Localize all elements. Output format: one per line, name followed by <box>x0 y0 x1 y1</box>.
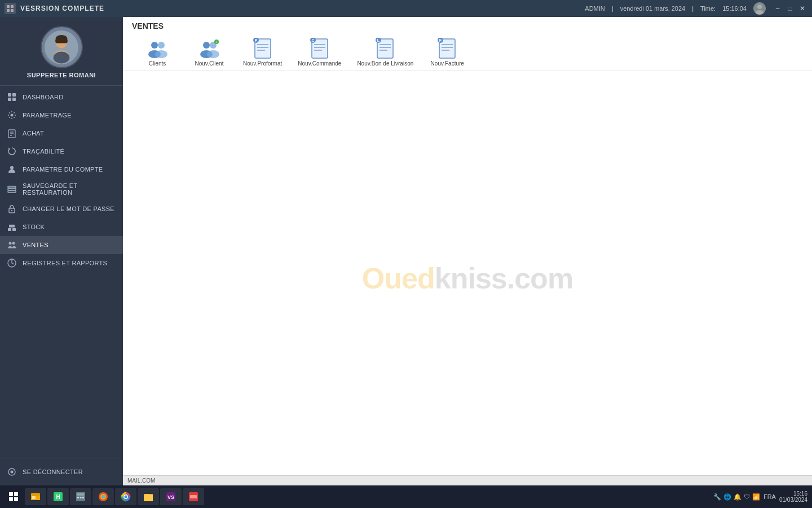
svg-rect-79 <box>77 493 84 496</box>
svg-rect-15 <box>12 98 16 101</box>
sidebar-item-changer-mdp[interactable]: CHANGER LE MOT DE PASSE <box>0 200 123 218</box>
svg-rect-81 <box>80 497 82 498</box>
logout-icon <box>7 467 17 477</box>
svg-rect-2 <box>7 9 10 12</box>
sidebar-label-dashboard: DASHBOARD <box>23 94 63 100</box>
toolbar-clients[interactable]: Clients <box>132 34 183 71</box>
taskbar-app-vs[interactable]: VS <box>160 488 182 505</box>
sidebar-item-registres[interactable]: REGISTRES ET RAPPORTS <box>0 254 123 272</box>
sidebar-item-stock[interactable]: STOCK <box>0 218 123 236</box>
sidebar-item-sauvegarde[interactable]: SAUVEGARDE ET RESTAURATION <box>0 178 123 200</box>
svg-rect-75 <box>32 496 36 499</box>
titlebar-right: ADMIN | vendredi 01 mars, 2024 | Time: 1… <box>585 2 807 15</box>
svg-rect-11 <box>55 38 68 43</box>
nouv-bon-label: Nouv.Bon de Livraison <box>357 60 413 67</box>
status-text: MAIL.COM <box>127 478 155 484</box>
svg-text:F: F <box>439 38 442 42</box>
taskbar-app-firefox[interactable] <box>92 488 114 505</box>
sidebar-item-logout[interactable]: SE DÉCONNECTER <box>0 463 123 481</box>
taskbar-app-red[interactable] <box>183 488 204 505</box>
svg-rect-27 <box>8 228 11 231</box>
taskbar-app-2[interactable]: H <box>47 488 69 505</box>
nouv-bon-icon-wrap: L <box>373 38 398 59</box>
minimize-button[interactable]: – <box>773 3 783 14</box>
sidebar-bottom: SE DÉCONNECTER <box>0 458 123 485</box>
toolbar: Clients + Nouv.Client <box>132 34 803 71</box>
svg-rect-70 <box>14 492 18 496</box>
taskbar-left: H <box>5 488 204 505</box>
systray: 🔧 🌐 🔔 🛡 📶 <box>713 493 760 501</box>
parametre-compte-icon <box>7 164 17 174</box>
svg-point-9 <box>54 51 70 63</box>
maximize-button[interactable]: □ <box>785 3 795 14</box>
start-button[interactable] <box>5 488 23 505</box>
stock-icon <box>7 222 17 232</box>
clients-label: Clients <box>149 60 166 67</box>
svg-text:L: L <box>377 38 380 42</box>
sidebar-item-parametre-compte[interactable]: PARAMÈTRE DU COMPTE <box>0 160 123 178</box>
svg-point-35 <box>151 42 158 49</box>
svg-rect-29 <box>9 225 15 227</box>
taskbar-app-calc[interactable] <box>70 488 91 505</box>
taskbar-time-value: 15:16 <box>793 491 807 497</box>
sidebar-item-dashboard[interactable]: DASHBOARD <box>0 88 123 106</box>
sidebar-item-ventes[interactable]: VENTES <box>0 236 123 254</box>
nouv-facture-icon-wrap: F <box>435 38 460 59</box>
systray-icon-4: 🛡 <box>744 493 750 500</box>
systray-icon-1: 🔧 <box>713 493 721 501</box>
titlebar-time-prefix: Time: <box>700 5 716 12</box>
clients-icon-wrap <box>145 38 170 59</box>
titlebar-date: vendredi 01 mars, 2024 <box>620 5 686 12</box>
toolbar-nouv-bon-livraison[interactable]: L Nouv.Bon de Livraison <box>350 34 421 71</box>
sauvegarde-icon <box>7 184 17 194</box>
main-layout: SUPPERETE ROMANI DASHBOARD <box>0 17 812 485</box>
sidebar-label-parametre-compte: PARAMÈTRE DU COMPTE <box>23 166 103 173</box>
status-bar: MAIL.COM <box>123 475 812 485</box>
svg-rect-12 <box>8 93 11 97</box>
sidebar-item-achat[interactable]: ACHAT <box>0 124 123 142</box>
sidebar-avatar <box>41 26 83 68</box>
sidebar-label-stock: STOCK <box>23 224 45 230</box>
sidebar-label-ventes: VENTES <box>23 242 48 248</box>
svg-rect-72 <box>14 497 18 501</box>
sidebar-label-parametrage: PARAMETRAGE <box>23 112 72 119</box>
titlebar-controls[interactable]: – □ ✕ <box>773 3 807 14</box>
watermark: Ouedkniss.com <box>362 261 573 295</box>
svg-point-34 <box>11 471 14 474</box>
sidebar-label-registres: REGISTRES ET RAPPORTS <box>23 260 107 266</box>
svg-rect-80 <box>77 497 79 498</box>
content-header: VENTES Clients <box>123 17 812 71</box>
sidebar-item-tracabilite[interactable]: TRAÇABILITÉ <box>0 142 123 160</box>
ventes-icon <box>7 240 17 250</box>
svg-point-88 <box>125 496 127 498</box>
svg-point-85 <box>102 495 105 498</box>
svg-text:VS: VS <box>167 494 174 500</box>
taskbar-app-files[interactable] <box>138 488 159 505</box>
taskbar-time-display: 15:16 01/03/2024 <box>779 491 807 503</box>
titlebar-time: 15:16:04 <box>722 5 747 12</box>
sidebar-nav: DASHBOARD PARAMETRAGE <box>0 86 123 458</box>
taskbar-apps: H <box>25 488 204 505</box>
systray-icon-3: 🔔 <box>734 493 742 501</box>
titlebar-user-avatar <box>753 2 766 15</box>
tracabilite-icon <box>7 146 17 156</box>
toolbar-nouv-facture[interactable]: F Nouv.Facture <box>422 34 473 71</box>
svg-rect-14 <box>8 98 11 101</box>
watermark-oued: Oued <box>362 262 435 295</box>
svg-rect-3 <box>11 9 14 12</box>
svg-rect-28 <box>12 228 16 231</box>
watermark-kniss: kniss <box>435 262 507 295</box>
svg-rect-69 <box>9 492 13 496</box>
toolbar-nouv-client[interactable]: + Nouv.Client <box>184 34 235 71</box>
taskbar-right: 🔧 🌐 🔔 🛡 📶 FRA 15:16 01/03/2024 <box>713 491 807 503</box>
app-icon <box>5 3 16 14</box>
titlebar-admin: ADMIN <box>585 5 604 12</box>
toolbar-nouv-commande[interactable]: C Nouv.Commande <box>290 34 348 71</box>
close-button[interactable]: ✕ <box>797 3 807 14</box>
sidebar-item-parametrage[interactable]: PARAMETRAGE <box>0 106 123 124</box>
svg-text:H: H <box>56 494 60 500</box>
taskbar-app-settings[interactable] <box>25 488 46 505</box>
taskbar-app-chrome[interactable] <box>115 488 136 505</box>
nouv-commande-icon-wrap: C <box>307 38 332 59</box>
toolbar-nouv-proformat[interactable]: P Nouv.Proformat <box>236 34 289 71</box>
